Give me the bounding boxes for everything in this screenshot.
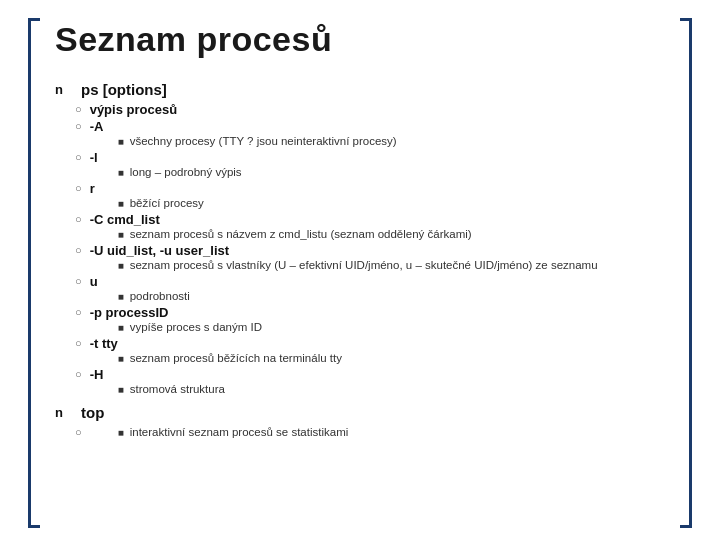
sub-label-container-0-0: výpis procesů <box>90 102 177 117</box>
detail-item-0-8-0: ■seznam procesů běžících na terminálu tt… <box>118 352 342 364</box>
section-0: nps [options]○výpis procesů○-A■všechny p… <box>55 81 665 396</box>
main-list: nps [options]○výpis procesů○-A■všechny p… <box>55 81 665 439</box>
detail-item-0-1-0: ■všechny procesy (TTY ? jsou neinterakti… <box>118 135 397 147</box>
sub-item-0-5: ○-U uid_list, -u user_list■seznam proces… <box>75 243 665 272</box>
main-content: Seznam procesů nps [options]○výpis proce… <box>55 20 665 447</box>
detail-list-0-3: ■běžící procesy <box>118 197 204 209</box>
detail-list-0-4: ■seznam procesů s názvem z cmd_listu (se… <box>118 228 472 240</box>
sub-list-0: ○výpis procesů○-A■všechny procesy (TTY ?… <box>75 102 665 396</box>
sub-bullet-0-0: ○ <box>75 103 82 115</box>
sub-item-0-6: ○u■podrobnosti <box>75 274 665 303</box>
bracket-left <box>28 18 40 528</box>
detail-bullet-0-9-0: ■ <box>118 384 124 395</box>
sub-item-0-7: ○-p processID■vypíše proces s daným ID <box>75 305 665 334</box>
sub-label-0-3: r <box>90 181 95 196</box>
section-bullet-1: n <box>55 405 71 420</box>
detail-text-0-6-0: podrobnosti <box>130 290 190 302</box>
detail-text-0-1-0: všechny procesy (TTY ? jsou neinteraktiv… <box>130 135 397 147</box>
detail-bullet-0-8-0: ■ <box>118 353 124 364</box>
section-header-0: nps [options] <box>55 81 665 98</box>
detail-text-0-3-0: běžící procesy <box>130 197 204 209</box>
detail-bullet-0-5-0: ■ <box>118 260 124 271</box>
detail-bullet-0-3-0: ■ <box>118 198 124 209</box>
detail-text-0-5-0: seznam procesů s vlastníky (U – efektivn… <box>130 259 598 271</box>
sub-label-container-0-7: -p processID■vypíše proces s daným ID <box>90 305 262 334</box>
sub-label-container-0-6: u■podrobnosti <box>90 274 190 303</box>
sub-item-1-0: ○■interaktivní seznam procesů se statist… <box>75 425 665 439</box>
section-label-0: ps [options] <box>81 81 167 98</box>
sub-item-0-1: ○-A■všechny procesy (TTY ? jsou neintera… <box>75 119 665 148</box>
detail-list-0-8: ■seznam procesů běžících na terminálu tt… <box>118 352 342 364</box>
sub-bullet-0-5: ○ <box>75 244 82 256</box>
detail-list-0-7: ■vypíše proces s daným ID <box>118 321 262 333</box>
detail-bullet-0-7-0: ■ <box>118 322 124 333</box>
detail-list-0-2: ■long – podrobný výpis <box>118 166 242 178</box>
detail-item-0-7-0: ■vypíše proces s daným ID <box>118 321 262 333</box>
detail-item-0-9-0: ■stromová struktura <box>118 383 225 395</box>
sub-item-0-2: ○-l■long – podrobný výpis <box>75 150 665 179</box>
detail-item-0-6-0: ■podrobnosti <box>118 290 190 302</box>
sub-label-0-0: výpis procesů <box>90 102 177 117</box>
sub-bullet-0-8: ○ <box>75 337 82 349</box>
sub-label-0-8: -t tty <box>90 336 118 351</box>
detail-bullet-0-2-0: ■ <box>118 167 124 178</box>
detail-list-0-1: ■všechny procesy (TTY ? jsou neinterakti… <box>118 135 397 147</box>
detail-text-0-2-0: long – podrobný výpis <box>130 166 242 178</box>
sub-label-container-0-5: -U uid_list, -u user_list■seznam procesů… <box>90 243 598 272</box>
detail-bullet-0-1-0: ■ <box>118 136 124 147</box>
detail-list-0-9: ■stromová struktura <box>118 383 225 395</box>
sub-item-0-3: ○r■běžící procesy <box>75 181 665 210</box>
sub-label-0-5: -U uid_list, -u user_list <box>90 243 229 258</box>
section-header-1: ntop <box>55 404 665 421</box>
detail-item-0-3-0: ■běžící procesy <box>118 197 204 209</box>
sub-list-1: ○■interaktivní seznam procesů se statist… <box>75 425 665 439</box>
detail-bullet-0-6-0: ■ <box>118 291 124 302</box>
sub-label-0-7: -p processID <box>90 305 169 320</box>
detail-bullet-0-4-0: ■ <box>118 229 124 240</box>
detail-text-0-4-0: seznam procesů s názvem z cmd_listu (sez… <box>130 228 472 240</box>
section-bullet-0: n <box>55 82 71 97</box>
detail-text-0-7-0: vypíše proces s daným ID <box>130 321 262 333</box>
sub-label-0-6: u <box>90 274 98 289</box>
sub-label-container-0-3: r■běžící procesy <box>90 181 204 210</box>
detail-list-1-0: ■interaktivní seznam procesů se statisti… <box>118 426 349 438</box>
sub-bullet-0-9: ○ <box>75 368 82 380</box>
detail-list-0-6: ■podrobnosti <box>118 290 190 302</box>
sub-item-0-4: ○-C cmd_list■seznam procesů s názvem z c… <box>75 212 665 241</box>
sub-label-container-0-9: -H■stromová struktura <box>90 367 225 396</box>
detail-item-0-4-0: ■seznam procesů s názvem z cmd_listu (se… <box>118 228 472 240</box>
sub-item-0-9: ○-H■stromová struktura <box>75 367 665 396</box>
sub-label-0-4: -C cmd_list <box>90 212 160 227</box>
sub-bullet-0-3: ○ <box>75 182 82 194</box>
page-title: Seznam procesů <box>55 20 665 59</box>
sub-item-0-8: ○-t tty■seznam procesů běžících na termi… <box>75 336 665 365</box>
sub-bullet-0-2: ○ <box>75 151 82 163</box>
sub-label-0-2: -l <box>90 150 98 165</box>
sub-bullet-0-1: ○ <box>75 120 82 132</box>
sub-label-container-1-0: ■interaktivní seznam procesů se statisti… <box>90 425 349 439</box>
section-label-1: top <box>81 404 104 421</box>
sub-bullet-0-7: ○ <box>75 306 82 318</box>
detail-text-0-9-0: stromová struktura <box>130 383 225 395</box>
sub-bullet-1-0: ○ <box>75 426 82 438</box>
section-1: ntop○■interaktivní seznam procesů se sta… <box>55 404 665 439</box>
sub-label-container-0-8: -t tty■seznam procesů běžících na termin… <box>90 336 342 365</box>
sub-label-container-0-1: -A■všechny procesy (TTY ? jsou neinterak… <box>90 119 397 148</box>
sub-bullet-0-4: ○ <box>75 213 82 225</box>
detail-bullet-1-0-0: ■ <box>118 427 124 438</box>
detail-text-0-8-0: seznam procesů běžících na terminálu tty <box>130 352 342 364</box>
sub-bullet-0-6: ○ <box>75 275 82 287</box>
detail-item-0-5-0: ■seznam procesů s vlastníky (U – efektiv… <box>118 259 598 271</box>
sub-label-0-1: -A <box>90 119 104 134</box>
detail-list-0-5: ■seznam procesů s vlastníky (U – efektiv… <box>118 259 598 271</box>
detail-text-1-0-0: interaktivní seznam procesů se statistik… <box>130 426 349 438</box>
detail-item-0-2-0: ■long – podrobný výpis <box>118 166 242 178</box>
sub-label-container-0-4: -C cmd_list■seznam procesů s názvem z cm… <box>90 212 472 241</box>
bracket-right <box>680 18 692 528</box>
sub-label-0-9: -H <box>90 367 104 382</box>
sub-item-0-0: ○výpis procesů <box>75 102 665 117</box>
sub-label-container-0-2: -l■long – podrobný výpis <box>90 150 242 179</box>
detail-item-1-0-0: ■interaktivní seznam procesů se statisti… <box>118 426 349 438</box>
